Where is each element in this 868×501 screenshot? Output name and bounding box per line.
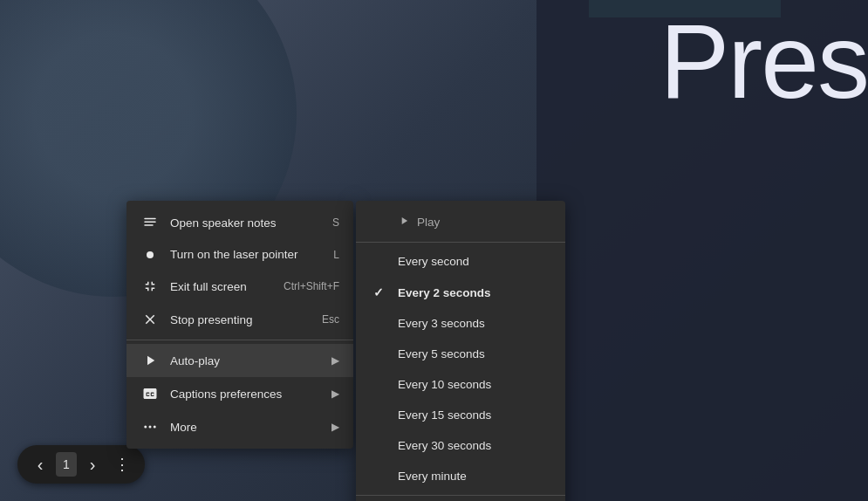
every-minute-label: Every minute <box>398 470 467 483</box>
submenu-item-every-15-seconds[interactable]: Every 15 seconds <box>356 400 565 430</box>
next-icon: › <box>90 456 96 473</box>
autoplay-submenu: Play Every second ✓ Every 2 seconds Ever… <box>356 201 565 501</box>
every-15-seconds-label: Every 15 seconds <box>398 408 491 422</box>
submenu-item-every-second[interactable]: Every second <box>356 246 565 277</box>
menu-item-autoplay[interactable]: Auto-play ▶ <box>126 344 353 377</box>
speaker-notes-label: Open speaker notes <box>170 216 277 230</box>
next-slide-button[interactable]: › <box>79 450 106 478</box>
svg-rect-0 <box>144 218 156 220</box>
every-second-label: Every second <box>398 255 469 268</box>
submenu-item-every-10-seconds[interactable]: Every 10 seconds <box>356 369 565 400</box>
exit-fullscreen-shortcut: Ctrl+Shift+F <box>284 280 339 292</box>
every-2-seconds-label: Every 2 seconds <box>398 286 491 299</box>
every-5-seconds-label: Every 5 seconds <box>398 347 485 360</box>
x-icon <box>140 312 160 327</box>
check-every-2-seconds: ✓ <box>373 285 394 299</box>
exit-fullscreen-label: Exit full screen <box>170 280 247 293</box>
svg-point-3 <box>144 426 147 429</box>
captions-label: Captions preferences <box>170 388 282 401</box>
more-dots-icon <box>140 419 160 435</box>
menu-item-stop-presenting[interactable]: Stop presenting Esc <box>126 303 353 336</box>
prev-icon: ‹ <box>38 456 44 473</box>
submenu-sep-2 <box>356 495 565 496</box>
svg-point-4 <box>149 426 152 429</box>
submenu-item-every-5-seconds[interactable]: Every 5 seconds <box>356 339 565 369</box>
fullscreen-icon <box>140 278 160 294</box>
autoplay-label: Auto-play <box>170 354 220 367</box>
menu-item-exit-fullscreen[interactable]: Exit full screen Ctrl+Shift+F <box>126 270 353 303</box>
submenu-item-every-2-seconds[interactable]: ✓ Every 2 seconds <box>356 277 565 308</box>
autoplay-arrow: ▶ <box>331 354 339 367</box>
slide-number: 1 <box>56 452 77 477</box>
laser-pointer-shortcut: L <box>333 249 339 261</box>
captions-arrow: ▶ <box>331 388 339 400</box>
autoplay-icon <box>140 353 160 368</box>
laser-pointer-label: Turn on the laser pointer <box>170 248 298 261</box>
lines-icon <box>140 215 160 230</box>
context-menu: Open speaker notes S Turn on the laser p… <box>126 201 353 449</box>
svg-rect-2 <box>144 224 154 226</box>
svg-rect-1 <box>144 222 156 223</box>
every-3-seconds-label: Every 3 seconds <box>398 317 485 330</box>
prev-slide-button[interactable]: ‹ <box>26 450 54 478</box>
submenu-item-every-3-seconds[interactable]: Every 3 seconds <box>356 308 565 339</box>
submenu-play[interactable]: Play <box>356 206 565 238</box>
more-arrow: ▶ <box>331 421 339 433</box>
menu-item-laser-pointer[interactable]: Turn on the laser pointer L <box>126 239 353 270</box>
svg-point-5 <box>154 426 156 429</box>
menu-item-captions[interactable]: Captions preferences ▶ <box>126 377 353 410</box>
separator-1 <box>126 340 353 340</box>
play-icon-triangle <box>398 215 410 230</box>
slide-title: Pres <box>660 9 868 113</box>
speaker-notes-shortcut: S <box>332 216 339 229</box>
submenu-sep-1 <box>356 242 565 243</box>
bottom-toolbar: ‹ 1 › ⋮ <box>17 445 145 484</box>
submenu-item-every-minute[interactable]: Every minute <box>356 461 565 491</box>
menu-item-more[interactable]: More ▶ <box>126 410 353 443</box>
every-30-seconds-label: Every 30 seconds <box>398 439 491 452</box>
stop-presenting-label: Stop presenting <box>170 313 253 326</box>
submenu-item-every-30-seconds[interactable]: Every 30 seconds <box>356 430 565 461</box>
every-10-seconds-label: Every 10 seconds <box>398 378 491 391</box>
menu-item-speaker-notes[interactable]: Open speaker notes S <box>126 206 353 239</box>
play-label: Play <box>417 216 440 229</box>
stop-presenting-shortcut: Esc <box>322 313 339 326</box>
more-options-icon: ⋮ <box>114 455 130 474</box>
captions-icon <box>140 386 160 401</box>
more-label: More <box>170 421 197 434</box>
more-options-button[interactable]: ⋮ <box>108 450 136 478</box>
laser-dot-icon <box>140 251 160 258</box>
